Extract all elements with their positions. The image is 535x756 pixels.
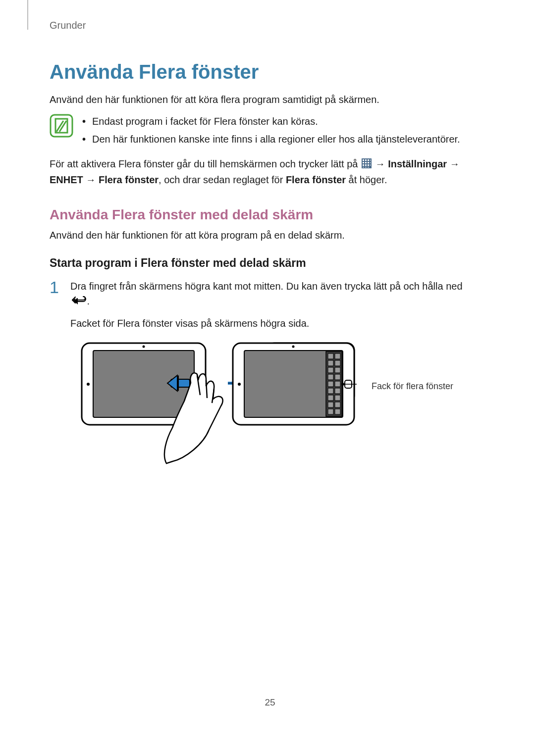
header-section-label: Grunder	[50, 20, 490, 31]
svg-rect-8	[368, 162, 369, 163]
note-list: Endast program i facket för Flera fönste…	[82, 114, 460, 150]
svg-rect-16	[368, 167, 369, 167]
arrow: →	[450, 158, 460, 169]
page-title: Använda Flera fönster	[50, 61, 490, 83]
apps-grid-icon	[362, 157, 372, 172]
svg-rect-10	[363, 164, 364, 166]
note-icon	[50, 114, 73, 140]
svg-rect-2	[363, 159, 364, 161]
svg-rect-14	[363, 167, 364, 167]
svg-rect-45	[335, 374, 340, 380]
svg-rect-54	[328, 409, 333, 414]
arrow: →	[375, 158, 385, 169]
svg-point-22	[143, 346, 145, 348]
intro-paragraph: Använd den här funktionen för att köra f…	[50, 92, 490, 107]
svg-rect-52	[328, 402, 333, 407]
svg-rect-7	[365, 162, 367, 163]
figure: Fack för flera fönster	[79, 341, 490, 469]
svg-rect-44	[328, 374, 333, 380]
activate-paragraph: För att aktivera Flera fönster går du ti…	[50, 156, 490, 187]
step1-line2: Facket för Flera fönster visas på skärme…	[70, 316, 463, 331]
note-item: Endast program i facket för Flera fönste…	[82, 114, 460, 129]
step-number: 1	[50, 279, 62, 331]
svg-rect-42	[328, 367, 333, 373]
svg-rect-43	[335, 367, 340, 373]
svg-point-36	[292, 346, 295, 348]
svg-rect-39	[335, 353, 340, 359]
note-block: Endast program i facket för Flera fönste…	[50, 114, 490, 150]
svg-rect-9	[370, 162, 371, 163]
svg-rect-47	[335, 381, 340, 387]
svg-rect-38	[328, 353, 333, 359]
svg-rect-11	[365, 164, 367, 166]
svg-rect-12	[368, 164, 369, 166]
svg-rect-13	[370, 164, 371, 166]
side-rule	[27, 0, 28, 30]
callout-label: Fack för flera fönster	[372, 381, 453, 392]
svg-point-20	[87, 383, 90, 386]
gesture-illustration	[79, 341, 357, 469]
settings-label: Inställningar	[388, 158, 447, 169]
flera-label: Flera fönster	[99, 174, 159, 185]
enhet-label: ENHET	[50, 174, 83, 185]
activate-pre: För att aktivera Flera fönster går du ti…	[50, 158, 361, 169]
subheading: Använda Flera fönster med delad skärm	[50, 207, 490, 223]
svg-rect-3	[365, 159, 367, 161]
svg-rect-46	[328, 381, 333, 387]
svg-rect-53	[335, 402, 340, 407]
page-number: 25	[50, 697, 490, 708]
svg-rect-40	[328, 360, 333, 366]
svg-rect-15	[365, 167, 367, 167]
svg-rect-55	[335, 409, 340, 414]
back-icon	[70, 294, 87, 309]
svg-rect-6	[363, 162, 364, 163]
subsubheading: Starta program i Flera fönster med delad…	[50, 256, 490, 270]
svg-rect-41	[335, 360, 340, 366]
step1-period: .	[87, 296, 90, 306]
svg-rect-4	[368, 159, 369, 161]
flera-label-2: Flera fönster	[286, 174, 346, 185]
svg-rect-5	[370, 159, 371, 161]
step1-line1: Dra fingret från skärmens högra kant mot…	[70, 281, 463, 292]
subheading-intro: Använd den här funktionen för att köra p…	[50, 228, 490, 243]
step-text: Dra fingret från skärmens högra kant mot…	[70, 279, 463, 331]
activate-end: åt höger.	[346, 174, 387, 185]
svg-rect-50	[328, 395, 333, 401]
arrow: →	[86, 174, 96, 185]
svg-point-34	[238, 383, 241, 386]
note-item: Den här funktionen kanske inte finns i a…	[82, 132, 460, 147]
activate-mid: , och drar sedan reglaget för	[159, 174, 286, 185]
svg-rect-49	[335, 388, 340, 394]
step-1: 1 Dra fingret från skärmens högra kant m…	[50, 279, 490, 331]
svg-rect-48	[328, 388, 333, 394]
svg-rect-51	[335, 395, 340, 401]
